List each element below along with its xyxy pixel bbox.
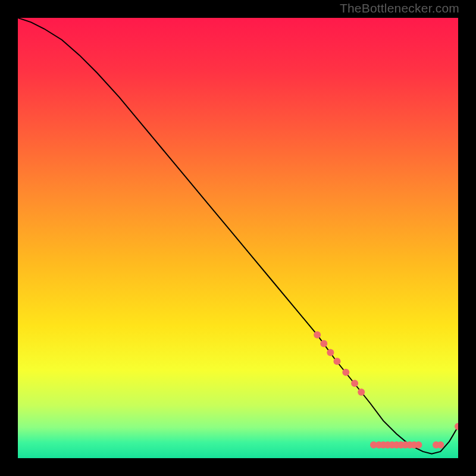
highlight-dot — [351, 380, 358, 387]
highlight-dot — [415, 441, 422, 449]
highlight-dot — [342, 369, 349, 376]
highlight-dot — [334, 358, 341, 365]
highlight-dot — [437, 441, 444, 449]
highlight-dot — [320, 340, 327, 347]
chart-svg — [18, 18, 458, 458]
highlight-dot — [314, 331, 321, 339]
chart-frame: TheBottlenecker.com — [0, 0, 476, 476]
gradient-background — [18, 18, 458, 458]
highlight-dot — [327, 349, 334, 356]
watermark-text: TheBottlenecker.com — [340, 1, 459, 15]
highlight-dot — [358, 389, 365, 396]
plot-area — [18, 18, 458, 458]
